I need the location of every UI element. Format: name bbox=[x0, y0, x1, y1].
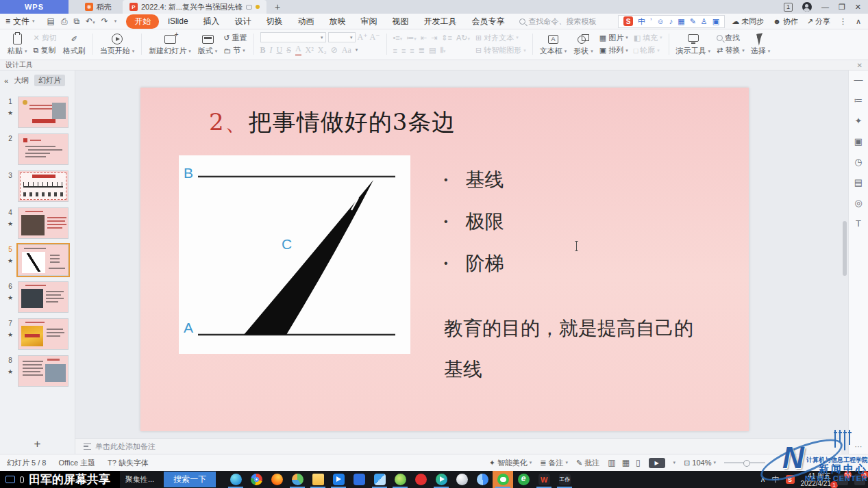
history-clock-icon[interactable]: ◷ bbox=[854, 157, 862, 167]
slideshow-play-button[interactable]: ▶ bbox=[649, 458, 665, 468]
clear-format-icon[interactable]: ⊘ bbox=[331, 45, 338, 55]
add-slide-button[interactable]: + bbox=[0, 437, 75, 451]
slide-thumbnail-6[interactable] bbox=[18, 281, 69, 313]
animation-star-icon[interactable]: ★ bbox=[8, 257, 13, 264]
section-button[interactable]: 🗀节▾ bbox=[223, 45, 247, 55]
rail-more-icon[interactable]: ⋯ bbox=[849, 442, 868, 451]
align-center-icon[interactable]: ≡ bbox=[401, 47, 406, 55]
increase-font-icon[interactable]: A⁺ bbox=[358, 32, 368, 42]
taskbar-app-firefox-browser[interactable] bbox=[266, 471, 287, 488]
theme-label[interactable]: Office 主题 bbox=[58, 458, 95, 468]
design-bar-close-icon[interactable]: ✕ bbox=[857, 62, 863, 69]
normal-view-icon[interactable]: ▥ bbox=[608, 458, 615, 467]
superscript-button[interactable]: X² bbox=[306, 45, 314, 55]
ime-toolbar[interactable]: S 中 ’ ☺ ♪ ▦ ✎ ♙ ▣ bbox=[618, 15, 725, 28]
slide-thumbnail-8[interactable] bbox=[18, 355, 69, 387]
zoom-slider[interactable] bbox=[724, 462, 765, 463]
tab-outline[interactable]: 大纲 bbox=[14, 75, 29, 86]
present-tools-button[interactable]: 演示工具▾ bbox=[673, 31, 715, 57]
font-color-button[interactable]: A bbox=[295, 44, 301, 56]
fill-button[interactable]: ◧填充▾ bbox=[634, 33, 662, 43]
animation-star-icon[interactable]: ★ bbox=[8, 110, 13, 116]
animation-star-icon[interactable]: ★ bbox=[8, 331, 13, 338]
taskbar-app-chrome-browser[interactable] bbox=[246, 471, 266, 488]
layout-button[interactable]: 版式▾ bbox=[195, 31, 221, 57]
slide-sorter-icon[interactable]: ▦ bbox=[622, 458, 630, 467]
picture-button[interactable]: ▦图片▾ bbox=[599, 33, 628, 43]
user-avatar[interactable] bbox=[802, 2, 812, 12]
arrange-button[interactable]: ▣排列▾ bbox=[599, 45, 628, 55]
panel-collapse-icon[interactable]: « bbox=[4, 77, 8, 85]
find-button[interactable]: 查找 bbox=[717, 33, 745, 43]
taskbar-app-edge-browser[interactable] bbox=[225, 471, 246, 488]
menu-插入[interactable]: 插入 bbox=[197, 14, 226, 29]
slide-thumbnail-4[interactable] bbox=[18, 207, 69, 239]
scrollbar-thumb[interactable] bbox=[843, 221, 847, 276]
tray-expand-icon[interactable]: ∧ bbox=[760, 475, 765, 484]
play-from-current-button[interactable]: 当页开始▾ bbox=[97, 31, 138, 57]
menu-视图[interactable]: 视图 bbox=[386, 14, 415, 29]
format-painter-button[interactable]: ✐ 格式刷 bbox=[60, 31, 89, 57]
taskbar-app-video-app[interactable] bbox=[328, 471, 349, 488]
tray-sogou-icon[interactable]: S bbox=[786, 475, 795, 484]
taskbar-app-photos-app[interactable] bbox=[369, 471, 390, 488]
editing-canvas[interactable]: 2、把事情做好的3条边 B C A •基线•极限•阶梯 教育的目的，就是提高自己… bbox=[75, 70, 841, 438]
collaborate-button[interactable]: ☻协作 bbox=[773, 16, 798, 27]
new-tab-button[interactable]: + bbox=[266, 0, 288, 14]
taskbar-app-video-player[interactable] bbox=[431, 471, 451, 488]
vertical-scrollbar[interactable] bbox=[841, 70, 848, 438]
sync-status[interactable]: ☁未同步 bbox=[732, 16, 764, 27]
italic-button[interactable]: I bbox=[270, 45, 273, 55]
animation-star-icon[interactable]: ★ bbox=[8, 220, 13, 227]
outdent-icon[interactable]: ⇤ bbox=[421, 34, 427, 42]
news-ticker[interactable]: 聚集性... bbox=[125, 474, 154, 485]
tray-chat-icon[interactable]: 53 bbox=[837, 474, 848, 485]
undo-icon[interactable]: ↶▾ bbox=[86, 16, 95, 26]
reading-view-icon[interactable]: ▯ bbox=[636, 458, 641, 467]
tab-document[interactable]: P 2022.4: 新...复兴争当强国先锋 bbox=[123, 0, 266, 14]
slide-thumbnail-1[interactable] bbox=[18, 97, 69, 128]
line-spacing-icon[interactable]: ⇕≡ bbox=[441, 34, 452, 42]
indent-icon[interactable]: ⇥ bbox=[431, 34, 437, 42]
text-tool-icon[interactable]: T bbox=[856, 218, 861, 229]
strike-button[interactable]: S bbox=[286, 45, 291, 55]
slide-thumbnail-7[interactable] bbox=[18, 318, 69, 350]
tray-lang-icon[interactable]: 中 bbox=[772, 474, 780, 485]
taskbar-app-music-red-app[interactable] bbox=[410, 471, 431, 488]
smart-beautify-icon[interactable]: ✦ bbox=[855, 116, 863, 126]
paste-button[interactable]: 粘贴▾ bbox=[4, 31, 31, 57]
font-name-select[interactable]: ▾ bbox=[260, 32, 326, 42]
taskbar-app-map-app[interactable] bbox=[349, 471, 369, 488]
menu-开发工具[interactable]: 开发工具 bbox=[418, 14, 463, 29]
new-slide-button[interactable]: 新建幻灯片▾ bbox=[145, 31, 195, 57]
print-icon[interactable]: ⎙ bbox=[61, 16, 68, 26]
window-manage-icon[interactable]: 1 bbox=[784, 3, 793, 12]
decrease-font-icon[interactable]: A⁻ bbox=[370, 32, 380, 42]
slide-thumbnail-5[interactable] bbox=[18, 244, 69, 276]
taskbar-clock[interactable]: 41 周五 2022/4/21 1 bbox=[801, 472, 832, 487]
missing-font-button[interactable]: T?缺失字体 bbox=[108, 458, 149, 468]
zoom-level[interactable]: ⊡104%▾ bbox=[684, 459, 716, 467]
reset-button[interactable]: ↺重置 bbox=[223, 33, 247, 43]
more-menu-icon[interactable]: ⋮ bbox=[839, 17, 847, 26]
notes-toggle-button[interactable]: ≣备注▾ bbox=[540, 458, 568, 468]
tray-group-icon[interactable]: 5 bbox=[854, 474, 865, 485]
text-direction-icon[interactable]: A↻▾ bbox=[456, 34, 470, 42]
cut-button[interactable]: ✕剪切 bbox=[34, 33, 57, 43]
menu-放映[interactable]: 放映 bbox=[323, 14, 352, 29]
comments-button[interactable]: ✎批注 bbox=[576, 458, 599, 468]
animation-star-icon[interactable]: ★ bbox=[8, 368, 13, 375]
taskbar-app-sphere-app[interactable] bbox=[451, 471, 472, 488]
current-slide[interactable]: 2、把事情做好的3条边 B C A •基线•极限•阶梯 教育的目的，就是提高自己… bbox=[140, 88, 749, 431]
slide-thumbnail-2[interactable] bbox=[18, 133, 69, 165]
bullet-list[interactable]: •基线•极限•阶梯 bbox=[444, 167, 504, 292]
number-list-icon[interactable]: ≔▾ bbox=[406, 34, 417, 42]
tab-slides[interactable]: 幻灯片 bbox=[34, 75, 65, 86]
taskbar-app-browser-360[interactable] bbox=[287, 471, 308, 488]
to-smartart-button[interactable]: ⊟转智能图形▾ bbox=[475, 45, 526, 55]
distribute-icon[interactable]: ▤ bbox=[429, 46, 436, 55]
align-text-button[interactable]: ⊞对齐文本▾ bbox=[475, 33, 526, 43]
taskbar-search-button[interactable]: 搜索一下 bbox=[164, 472, 216, 487]
justify-icon[interactable]: ≣ bbox=[419, 46, 425, 55]
align-right-icon[interactable]: ≡ bbox=[410, 47, 414, 55]
